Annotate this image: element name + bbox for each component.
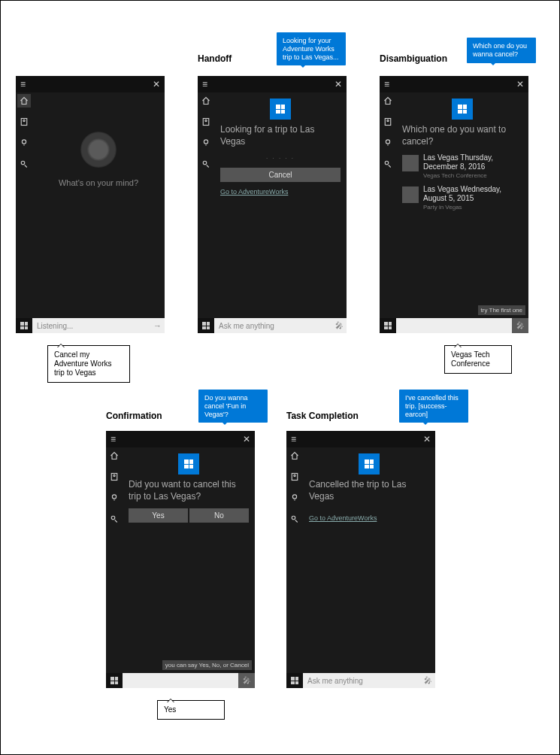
list-item-title: Las Vegas Thursday, December 8, 2016	[423, 153, 522, 171]
svg-point-2	[22, 140, 26, 144]
svg-point-15	[111, 516, 115, 520]
mic-icon[interactable]: 🎤︎	[335, 321, 344, 330]
feedback-icon[interactable]	[199, 157, 213, 171]
close-icon[interactable]: ✕	[153, 79, 160, 89]
svg-point-11	[385, 161, 389, 165]
bulb-icon[interactable]	[107, 491, 121, 505]
feedback-icon[interactable]	[17, 157, 31, 171]
mic-icon[interactable]: 🎤︎	[238, 673, 255, 688]
start-button[interactable]	[380, 318, 396, 333]
thumbnail-icon	[402, 155, 419, 171]
sidebar	[286, 447, 303, 673]
status-heading: Cancelled the trip to Las Vegas	[309, 479, 429, 502]
start-button[interactable]	[106, 673, 123, 688]
app-tile-icon	[178, 453, 199, 475]
arrow-right-icon[interactable]: →	[153, 321, 162, 330]
yes-button[interactable]: Yes	[129, 508, 188, 523]
cancel-button[interactable]: Cancel	[220, 168, 341, 182]
svg-point-19	[292, 516, 295, 520]
svg-point-14	[112, 495, 116, 499]
home-icon[interactable]	[107, 449, 121, 462]
home-icon[interactable]	[381, 94, 395, 108]
svg-point-18	[292, 495, 296, 499]
start-button[interactable]	[286, 673, 303, 688]
speech-completion: I've cancelled this trip. [success-earco…	[399, 390, 468, 423]
title-confirmation: Confirmation	[106, 411, 162, 421]
hint-text: you can say Yes, No, or Cancel	[162, 660, 252, 670]
hamburger-icon[interactable]: ≡	[110, 434, 116, 444]
notebook-icon[interactable]	[288, 470, 301, 484]
list-item[interactable]: Las Vegas Wednesday, August 5, 2015 Part…	[402, 185, 522, 211]
notebook-icon[interactable]	[107, 470, 121, 484]
home-icon[interactable]	[17, 94, 31, 108]
cortana-panel-completion: ≡ ✕ Cancelled the trip to Las Vegas Go t…	[286, 431, 435, 688]
close-icon[interactable]: ✕	[243, 434, 250, 444]
callout-confirmation: Yes	[157, 700, 225, 720]
no-button[interactable]: No	[189, 508, 249, 523]
start-button[interactable]	[16, 318, 32, 333]
svg-point-3	[21, 161, 25, 165]
notebook-icon[interactable]	[199, 115, 213, 129]
progress-dots: . . . . .	[220, 153, 341, 160]
hamburger-icon[interactable]: ≡	[291, 434, 296, 444]
title-handoff: Handoff	[198, 53, 232, 64]
list-item-subtitle: Party in Vegas	[423, 204, 522, 211]
svg-point-9	[387, 120, 389, 121]
search-input[interactable]	[396, 318, 512, 333]
question-heading: Did you want to cancel this trip to Las …	[129, 479, 249, 502]
search-input[interactable]: Ask me anything 🎤︎	[214, 318, 347, 333]
list-item[interactable]: Las Vegas Thursday, December 8, 2016 Veg…	[402, 153, 522, 179]
hint-text: try The first one	[478, 305, 525, 315]
speech-confirmation: Do you wanna cancel 'Fun in Vegas'?	[198, 390, 268, 423]
speech-handoff: Looking for your Adventure Works trip to…	[277, 32, 346, 65]
callout-disambiguation: Vegas Tech Conference	[444, 345, 512, 374]
home-icon[interactable]	[199, 94, 213, 108]
cortana-panel-disambiguation: ≡ ✕ Which one do you want to cancel? Las…	[380, 76, 528, 333]
bulb-icon[interactable]	[288, 491, 301, 505]
bulb-icon[interactable]	[381, 136, 395, 150]
go-to-app-link[interactable]: Go to AdventureWorks	[309, 514, 377, 522]
cortana-panel-initial: ≡ ✕ What's on your mind? Listening... →	[16, 76, 165, 333]
svg-point-10	[386, 140, 389, 144]
feedback-icon[interactable]	[288, 512, 301, 526]
cortana-ring-icon	[80, 132, 117, 168]
notebook-icon[interactable]	[17, 115, 31, 129]
feedback-icon[interactable]	[107, 512, 121, 526]
svg-point-17	[294, 475, 295, 476]
home-icon[interactable]	[288, 449, 301, 462]
hamburger-icon[interactable]: ≡	[384, 79, 389, 89]
search-input[interactable]: Ask me anything 🎤︎	[303, 673, 435, 688]
search-input[interactable]	[123, 673, 238, 688]
mic-icon[interactable]: 🎤︎	[424, 676, 432, 685]
callout-initial: Cancel my Adventure Works trip to Vegas	[47, 345, 130, 383]
app-tile-icon	[270, 99, 291, 120]
notebook-icon[interactable]	[381, 115, 395, 129]
hamburger-icon[interactable]: ≡	[202, 79, 207, 89]
svg-point-5	[205, 120, 207, 121]
speech-disambiguation: Which one do you wanna cancel?	[467, 38, 536, 63]
prompt-text: What's on your mind?	[38, 178, 159, 187]
bulb-icon[interactable]	[199, 136, 213, 150]
title-completion: Task Completion	[286, 411, 359, 421]
svg-point-1	[23, 120, 25, 121]
list-item-subtitle: Vegas Tech Conference	[423, 172, 522, 179]
feedback-icon[interactable]	[381, 157, 395, 171]
sidebar	[198, 92, 214, 318]
search-input[interactable]: Listening... →	[32, 318, 165, 333]
hamburger-icon[interactable]: ≡	[20, 79, 26, 89]
status-heading: Looking for a trip to Las Vegas	[220, 124, 341, 147]
cortana-panel-handoff: ≡ ✕ Looking for a trip to Las Vegas . . …	[198, 76, 347, 333]
list-item-title: Las Vegas Wednesday, August 5, 2015	[423, 185, 522, 203]
sidebar	[16, 92, 32, 318]
question-heading: Which one do you want to cancel?	[402, 124, 522, 147]
app-tile-icon	[452, 99, 473, 120]
close-icon[interactable]: ✕	[334, 79, 342, 89]
mic-icon[interactable]: 🎤︎	[512, 318, 528, 333]
svg-point-7	[203, 161, 207, 165]
go-to-app-link[interactable]: Go to AdventureWorks	[220, 188, 288, 196]
close-icon[interactable]: ✕	[423, 434, 431, 444]
close-icon[interactable]: ✕	[516, 79, 524, 89]
title-disambiguation: Disambiguation	[380, 53, 447, 64]
start-button[interactable]	[198, 318, 214, 333]
bulb-icon[interactable]	[17, 136, 31, 150]
